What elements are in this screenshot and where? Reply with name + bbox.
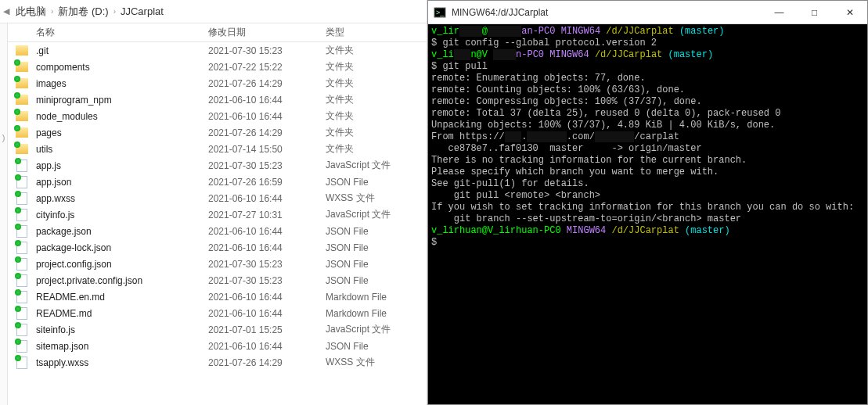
table-row[interactable]: app.wxss2021-06-10 16:44WXSS 文件 [8, 190, 427, 206]
table-row[interactable]: sitemap.json2021-06-10 16:44JSON File [8, 338, 427, 354]
file-type: WXSS 文件 [326, 192, 420, 205]
file-synced-icon [8, 176, 36, 188]
file-date: 2021-06-10 16:44 [208, 193, 326, 204]
file-type: JSON File [326, 226, 420, 237]
table-row[interactable]: utils2021-07-14 15:50文件夹 [8, 141, 427, 157]
terminal-line: See git-pull(1) for details. [431, 178, 864, 190]
table-row[interactable]: project.config.json2021-07-30 15:23JSON … [8, 256, 427, 272]
table-row[interactable]: README.md2021-06-10 16:44Markdown File [8, 305, 427, 321]
file-name: app.wxss [36, 193, 208, 204]
file-type: Markdown File [326, 292, 420, 303]
file-name: siteinfo.js [36, 324, 208, 335]
file-date: 2021-07-01 15:25 [208, 324, 326, 335]
col-name-header[interactable]: 名称 [8, 26, 208, 39]
file-type: Markdown File [326, 308, 420, 319]
table-row[interactable]: project.private.config.json2021-07-30 15… [8, 272, 427, 289]
file-name: app.json [36, 177, 208, 188]
table-row[interactable]: tsapply.wxss2021-07-26 14:29WXSS 文件 [8, 354, 427, 371]
file-date: 2021-06-10 16:44 [208, 242, 326, 253]
terminal-line: ce878e7..faf0130 master -> origin/master [431, 143, 864, 155]
terminal-line: v_lirhuan@V_lirhuan-PC0 MINGW64 /d/JJCar… [431, 225, 864, 237]
file-synced-icon [8, 192, 36, 205]
file-synced-icon [8, 225, 36, 238]
table-row[interactable]: cityinfo.js2021-07-27 10:31JavaScript 文件 [8, 206, 427, 223]
folder-synced-icon [8, 127, 36, 138]
table-row[interactable]: README.en.md2021-06-10 16:44Markdown Fil… [8, 289, 427, 305]
table-row[interactable]: app.json2021-07-26 16:59JSON File [8, 174, 427, 190]
file-date: 2021-07-30 15:23 [208, 160, 326, 171]
terminal-window: >_ MINGW64:/d/JJCarplat — □ ✕ v_lir @ an… [427, 0, 868, 405]
file-synced-icon [8, 274, 36, 287]
col-date-header[interactable]: 修改日期 [208, 26, 326, 39]
table-row[interactable]: .git2021-07-30 15:23文件夹 [8, 42, 427, 59]
terminal-line: $ [431, 237, 864, 249]
file-synced-icon [8, 291, 36, 303]
file-date: 2021-06-10 16:44 [208, 95, 326, 106]
file-date: 2021-07-30 15:23 [208, 259, 326, 270]
table-row[interactable]: miniprogram_npm2021-06-10 16:44文件夹 [8, 91, 427, 108]
file-synced-icon [8, 209, 36, 221]
table-row[interactable]: pages2021-07-26 14:29文件夹 [8, 124, 427, 141]
folder-synced-icon [8, 95, 36, 105]
breadcrumb-item[interactable]: 此电脑 [16, 5, 46, 19]
titlebar[interactable]: >_ MINGW64:/d/JJCarplat — □ ✕ [428, 1, 867, 24]
table-row[interactable]: compoments2021-07-22 15:22文件夹 [8, 59, 427, 75]
file-type: JSON File [326, 177, 420, 188]
terminal-line: Please specify which branch you want to … [431, 167, 864, 178]
chevron-right-icon: › [113, 7, 116, 16]
table-row[interactable]: package.json2021-06-10 16:44JSON File [8, 223, 427, 239]
file-synced-icon [8, 340, 36, 353]
file-type: 文件夹 [326, 142, 420, 156]
file-name: cityinfo.js [36, 210, 208, 220]
file-name: node_modules [36, 111, 208, 122]
file-type: 文件夹 [326, 126, 420, 139]
file-synced-icon [8, 159, 36, 172]
col-type-header[interactable]: 类型 [326, 26, 420, 39]
minimize-button[interactable]: — [762, 1, 797, 24]
terminal-line: remote: Compressing objects: 100% (37/37… [431, 96, 864, 108]
folder-synced-icon [8, 78, 36, 88]
file-type: JavaScript 文件 [326, 208, 420, 221]
file-type: 文件夹 [326, 109, 420, 123]
nav-back-icon[interactable]: ◀ [0, 0, 13, 23]
file-name: project.private.config.json [36, 275, 208, 286]
terminal-body[interactable]: v_lir @ an-PC0 MINGW64 /d/JJCarplat (mas… [428, 24, 867, 404]
file-list: 名称 修改日期 类型 .git2021-07-30 15:23文件夹compom… [8, 23, 427, 405]
file-date: 2021-07-26 14:29 [208, 78, 326, 89]
breadcrumb-item[interactable]: JJCarplat [121, 5, 164, 17]
file-synced-icon [8, 307, 36, 320]
file-type: WXSS 文件 [326, 356, 420, 369]
table-row[interactable]: app.js2021-07-30 15:23JavaScript 文件 [8, 157, 427, 174]
file-name: images [36, 78, 208, 89]
file-name: project.config.json [36, 259, 208, 270]
column-headers: 名称 修改日期 类型 [8, 23, 427, 42]
terminal-line: $ git config --global protocol.version 2 [431, 38, 864, 49]
file-name: README.md [36, 308, 208, 319]
file-synced-icon [8, 357, 36, 369]
breadcrumb[interactable]: 此电脑›新加卷 (D:)›JJCarplat [13, 5, 427, 19]
terminal-icon: >_ [428, 6, 452, 19]
breadcrumb-item[interactable]: 新加卷 (D:) [58, 5, 108, 19]
file-explorer: ◀ 此电脑›新加卷 (D:)›JJCarplat ) 名称 修改日期 类型 .g… [0, 0, 427, 405]
table-row[interactable]: images2021-07-26 14:29文件夹 [8, 75, 427, 91]
file-date: 2021-06-10 16:44 [208, 308, 326, 319]
file-type: JSON File [326, 341, 420, 352]
file-date: 2021-07-14 15:50 [208, 144, 326, 155]
left-strip: ) [0, 23, 8, 405]
file-date: 2021-07-30 15:23 [208, 275, 326, 286]
table-row[interactable]: node_modules2021-06-10 16:44文件夹 [8, 108, 427, 124]
terminal-line: v_li n@V n-PC0 MINGW64 /d/JJCarplat (mas… [431, 49, 864, 61]
file-synced-icon [8, 242, 36, 254]
file-name: README.en.md [36, 292, 208, 303]
table-row[interactable]: siteinfo.js2021-07-01 15:25JavaScript 文件 [8, 321, 427, 338]
file-name: package-lock.json [36, 242, 208, 253]
terminal-line: v_lir @ an-PC0 MINGW64 /d/JJCarplat (mas… [431, 26, 864, 38]
svg-text:>_: >_ [436, 9, 445, 16]
folder-icon [8, 45, 36, 56]
terminal-line: remote: Enumerating objects: 77, done. [431, 73, 864, 84]
table-row[interactable]: package-lock.json2021-06-10 16:44JSON Fi… [8, 239, 427, 256]
terminal-line: Unpacking objects: 100% (37/37), 4.89 Ki… [431, 120, 864, 131]
close-button[interactable]: ✕ [832, 1, 867, 24]
file-synced-icon [8, 324, 36, 336]
maximize-button[interactable]: □ [797, 1, 832, 24]
